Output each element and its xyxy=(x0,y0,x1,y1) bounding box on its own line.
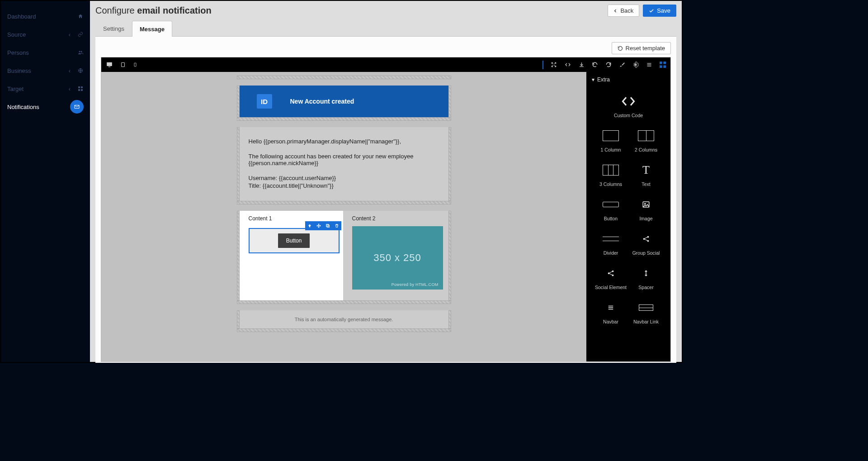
comp-divider[interactable]: Divider xyxy=(594,232,627,256)
image-placeholder[interactable]: 350 x 250 Powered by HTML.COM xyxy=(352,226,443,290)
svg-rect-5 xyxy=(78,89,80,91)
drop-zone[interactable] xyxy=(448,86,451,117)
code-icon[interactable] xyxy=(564,62,571,67)
chevron-left-icon: ‹ xyxy=(66,86,73,92)
drop-zone[interactable] xyxy=(237,201,451,204)
svg-point-22 xyxy=(647,240,649,242)
email-line: The following account has been created f… xyxy=(249,153,439,166)
svg-rect-8 xyxy=(108,67,111,67)
navbar-link-icon xyxy=(639,301,653,314)
comp-label: Text xyxy=(642,181,650,187)
drop-zone[interactable] xyxy=(237,76,451,79)
device-desktop-icon[interactable] xyxy=(106,62,113,68)
button-element[interactable]: Button xyxy=(278,233,310,248)
blocks-icon[interactable] xyxy=(660,62,666,68)
panel-section-toggle[interactable]: ▾ Extra xyxy=(586,72,670,87)
svg-point-11 xyxy=(635,64,637,66)
comp-spacer[interactable]: Spacer xyxy=(630,266,662,290)
comp-navbar[interactable]: Navbar xyxy=(594,301,627,324)
element-up-icon[interactable] xyxy=(305,221,314,230)
drop-zone[interactable] xyxy=(448,310,451,328)
svg-point-19 xyxy=(645,203,646,204)
chevron-left-icon: ‹ xyxy=(66,67,73,74)
drop-zone[interactable] xyxy=(448,127,451,201)
cell-label: Content 2 xyxy=(352,215,443,222)
link-icon xyxy=(77,31,84,38)
share-icon xyxy=(607,266,615,280)
svg-point-24 xyxy=(612,271,614,272)
element-delete-icon[interactable] xyxy=(332,221,341,230)
element-toolbar xyxy=(305,221,341,230)
sidebar-item-business[interactable]: Business ‹ xyxy=(1,62,90,80)
device-tablet-icon[interactable] xyxy=(120,62,126,68)
components-panel: ▾ Extra Custom Code xyxy=(586,72,670,361)
check-icon xyxy=(649,8,654,14)
comp-social-element[interactable]: Social Element xyxy=(594,266,627,290)
svg-rect-14 xyxy=(660,65,662,68)
comp-text[interactable]: T Text xyxy=(630,163,662,187)
comp-label: Navbar Link xyxy=(633,319,659,324)
comp-custom-code[interactable]: Custom Code xyxy=(594,95,662,118)
comp-button[interactable]: Button xyxy=(594,198,627,221)
element-move-icon[interactable] xyxy=(314,221,323,230)
reset-template-button[interactable]: Reset template xyxy=(612,42,671,54)
content-cell-1[interactable]: Content 1 xyxy=(240,211,343,300)
caret-down-icon: ▾ xyxy=(592,76,594,83)
svg-rect-13 xyxy=(663,62,666,64)
undo-icon[interactable] xyxy=(592,62,598,68)
device-mobile-icon[interactable] xyxy=(133,62,137,68)
save-button[interactable]: Save xyxy=(643,5,676,17)
button-element-selected[interactable]: Button xyxy=(249,228,340,253)
content-cell-2[interactable]: Content 2 350 x 250 Powered by HTML.COM xyxy=(343,211,448,300)
gear-icon[interactable] xyxy=(632,62,639,68)
download-icon[interactable] xyxy=(579,62,585,68)
column-1-icon xyxy=(603,129,619,143)
redo-icon[interactable] xyxy=(605,62,612,68)
tab-message[interactable]: Message xyxy=(132,21,172,37)
element-copy-icon[interactable] xyxy=(323,221,332,230)
sidebar-item-label: Dashboard xyxy=(7,13,36,20)
drop-zone[interactable] xyxy=(448,211,451,300)
comp-navbar-link[interactable]: Navbar Link xyxy=(630,301,662,324)
svg-rect-12 xyxy=(660,62,662,64)
code-angle-icon xyxy=(616,95,641,108)
divider-icon xyxy=(603,232,619,246)
editor-canvas[interactable]: ID New Account created Hello {{per xyxy=(101,72,586,361)
tab-settings[interactable]: Settings xyxy=(95,20,132,36)
comp-label: 1 Column xyxy=(601,147,621,152)
drop-zone[interactable] xyxy=(237,300,451,304)
comp-1-column[interactable]: 1 Column xyxy=(594,129,627,152)
comp-2-columns[interactable]: 2 Columns xyxy=(630,129,662,152)
comp-label: Spacer xyxy=(638,285,653,290)
sidebar-item-label: Target xyxy=(7,86,24,92)
email-footer-block[interactable]: This is an automatically generated messa… xyxy=(240,310,448,328)
drop-zone[interactable] xyxy=(237,117,451,121)
sidebar-item-label: Business xyxy=(7,67,31,74)
outline-toggle-icon[interactable] xyxy=(542,61,543,69)
back-button[interactable]: Back xyxy=(608,5,639,17)
sidebar-item-source[interactable]: Source ‹ xyxy=(1,25,90,43)
chevron-left-icon: ‹ xyxy=(66,31,73,38)
drop-zone[interactable] xyxy=(237,328,451,332)
sidebar-item-persons[interactable]: Persons xyxy=(1,43,90,62)
svg-rect-9 xyxy=(122,63,125,67)
sidebar-item-dashboard[interactable]: Dashboard xyxy=(1,7,90,25)
spacer-icon xyxy=(643,266,649,280)
main-area: Configure email notification Back Save xyxy=(90,1,682,362)
menu-icon[interactable] xyxy=(646,62,652,67)
brush-icon[interactable] xyxy=(619,62,625,68)
editor-toolbar xyxy=(101,57,670,72)
comp-3-columns[interactable]: 3 Columns xyxy=(594,163,627,187)
fullscreen-icon[interactable] xyxy=(551,62,557,68)
comp-image[interactable]: Image xyxy=(630,198,662,221)
cell-label: Content 1 xyxy=(249,215,340,222)
email-text-block[interactable]: Hello {{person.primaryManager.displayNam… xyxy=(240,127,448,201)
comp-group-social[interactable]: Group Social xyxy=(630,232,662,256)
svg-point-25 xyxy=(612,275,614,276)
sidebar-item-target[interactable]: Target ‹ xyxy=(1,80,90,98)
persons-icon xyxy=(77,49,84,56)
chevron-left-icon xyxy=(613,8,618,14)
sidebar-item-label: Source xyxy=(7,31,26,38)
sidebar-item-notifications[interactable]: Notifications xyxy=(1,98,90,116)
email-header-block[interactable]: ID New Account created xyxy=(240,86,448,117)
